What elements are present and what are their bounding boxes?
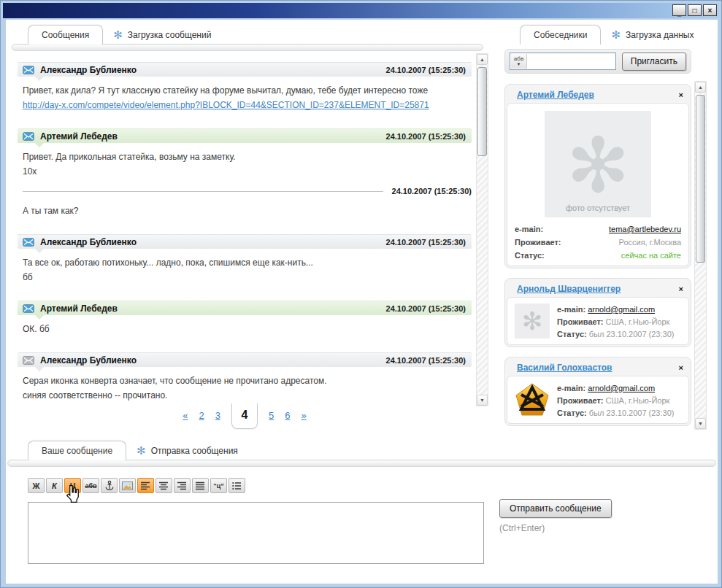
message-header: Артемий Лебедев 24.10.2007 (15:25:30) (18, 301, 472, 315)
message-text: Привет, как дила? Я тут классную статейк… (23, 83, 472, 98)
align-right-button[interactable] (174, 478, 191, 493)
contacts-tabs: Собеседники ✻ Загрузка данных (520, 25, 704, 45)
residence-label: Проживает: (515, 238, 561, 247)
insert-image-button[interactable] (119, 478, 136, 493)
contact-name-link[interactable]: Арнольд Шварцениггер (517, 284, 621, 294)
message-text: синяя соответственно -- прочитано. (23, 388, 472, 403)
tab-messages-loading-label: Загрузка сообщений (128, 30, 212, 40)
email-label: e-main: (557, 305, 585, 314)
contact-card: Арнольд Шварцениггер × ✻ e-main: arnold@… (504, 278, 691, 347)
scroll-up-button[interactable]: ▲ (477, 54, 488, 65)
tab-contacts-label: Собеседники (534, 30, 587, 40)
contact-card: Артемий Лебедев × ✻ фото отсутствует e-m… (504, 84, 691, 268)
tab-contacts-loading-label: Загрузка данных (626, 30, 694, 40)
contact-status: сейчас на сайте (561, 251, 681, 260)
close-icon[interactable]: × (679, 364, 683, 371)
tab-contacts[interactable]: Собеседники (520, 25, 601, 45)
close-icon[interactable]: × (679, 91, 683, 98)
status-label: Статус: (515, 251, 561, 260)
scrollbar-thumb[interactable] (696, 95, 705, 263)
contact-email-link[interactable]: arnold@gmail.com (588, 305, 655, 314)
contact-avatar (515, 382, 550, 417)
close-button[interactable]: × (703, 4, 717, 16)
message-item: Александр Бублиенко 24.10.2007 (15:25:30… (18, 234, 472, 285)
send-message-button[interactable]: Отправить сообщение (499, 499, 612, 518)
italic-button[interactable]: К (46, 478, 63, 493)
contact-name-link[interactable]: Василий Голохвастов (517, 363, 612, 373)
scrollbar-thumb[interactable] (477, 67, 487, 156)
main-content: Сообщения ✻ Загрузка сообщений Александр… (6, 20, 718, 584)
contact-email-link[interactable]: arnold@gmail.com (588, 384, 655, 392)
bullet-list-button[interactable] (228, 478, 245, 493)
message-text: 10x (23, 164, 472, 179)
tab-sending-message[interactable]: ✻ Отправка сообщения (126, 441, 248, 460)
message-text: Серая иконка конверта означает, что сооб… (23, 374, 472, 388)
bold-button[interactable]: Ж (28, 478, 45, 493)
status-label: Статус: (557, 409, 587, 417)
message-link[interactable]: http://day-x.com/compete/video/element.p… (23, 100, 429, 110)
photo-caption: фото отсутствует (545, 204, 651, 212)
contact-residence: Россия, г.Москва (561, 238, 681, 247)
abc-filter-dropdown[interactable]: абв ▾ (511, 54, 527, 69)
send-shortcut-hint: (Ctrl+Enter) (499, 523, 545, 533)
message-sender: Артемий Лебедев (40, 131, 118, 142)
message-timestamp: 24.10.2007 (15:25:30) (392, 184, 472, 198)
scroll-down-button[interactable]: ▼ (477, 395, 488, 406)
compose-tabs: Ваше сообщение ✻ Отправка сообщения (28, 441, 248, 460)
quote-button[interactable]: “ц” (210, 478, 227, 493)
underline-button[interactable]: Ч (64, 478, 81, 493)
envelope-read-icon (23, 304, 34, 313)
loading-star-icon: ✻ (611, 29, 621, 40)
scroll-down-button[interactable]: ▼ (695, 418, 706, 429)
close-icon[interactable]: × (679, 285, 683, 293)
maximize-button[interactable]: □ (688, 4, 702, 16)
tab-contacts-loading[interactable]: ✻ Загрузка данных (601, 25, 704, 45)
message-textarea[interactable] (28, 502, 484, 564)
tab-messages-loading[interactable]: ✻ Загрузка сообщений (103, 25, 221, 45)
email-label: e-main: (557, 384, 585, 392)
align-center-icon (159, 481, 169, 490)
tab-your-message[interactable]: Ваше сообщение (28, 441, 126, 460)
invite-button[interactable]: Пригласить (622, 53, 686, 71)
contact-name-link[interactable]: Артемий Лебедев (517, 90, 594, 100)
messages-scrollbar[interactable]: ▲ ▼ (476, 53, 488, 406)
anchor-icon (104, 480, 115, 491)
minimize-button[interactable]: _ (672, 4, 686, 16)
contact-status: был 23.10.2007 (23:30) (589, 409, 675, 417)
align-center-button[interactable] (155, 478, 172, 493)
pentagon-emblem-avatar (515, 382, 550, 417)
align-left-button[interactable] (137, 478, 154, 493)
contact-card: Василий Голохвастов × (504, 357, 691, 426)
message-item: Артемий Лебедев 24.10.2007 (15:25:30) Пр… (18, 128, 472, 218)
tab-messages[interactable]: Сообщения (28, 25, 103, 45)
message-timestamp: 24.10.2007 (15:25:30) (386, 304, 466, 313)
contacts-scrollbar[interactable]: ▲ ▼ (694, 81, 707, 430)
window-titlebar[interactable]: _ □ × (3, 3, 719, 18)
align-justify-button[interactable] (192, 478, 209, 493)
message-sender: Александр Бублиенко (40, 65, 137, 75)
message-text: бб (23, 270, 472, 285)
tab-your-message-label: Ваше сообщение (42, 446, 112, 456)
message-header: Александр Бублиенко 24.10.2007 (15:25:30… (18, 234, 472, 249)
scroll-up-button[interactable]: ▲ (695, 82, 706, 93)
message-text: А ты там как? (23, 204, 472, 218)
anchor-button[interactable] (101, 478, 118, 493)
envelope-read-icon (23, 132, 34, 141)
contacts-list: Артемий Лебедев × ✻ фото отсутствует e-m… (504, 84, 691, 426)
message-timestamp: 24.10.2007 (15:25:30) (386, 238, 466, 247)
image-icon (122, 481, 133, 490)
message-text: ОК. бб (23, 322, 472, 336)
envelope-read-icon (23, 238, 34, 247)
contact-avatar-placeholder: ✻ (515, 303, 550, 339)
contact-email-link[interactable]: tema@artlebedev.ru (561, 225, 681, 233)
residence-label: Проживает: (557, 396, 604, 405)
contact-photo-placeholder: ✻ фото отсутствует (545, 111, 651, 217)
message-timestamp: 24.10.2007 (15:25:30) (386, 132, 466, 141)
contact-search-bar: абв ▾ Пригласить (504, 49, 691, 74)
loading-star-icon: ✻ (137, 445, 146, 456)
message-sender: Александр Бублиенко (40, 355, 137, 365)
message-item: Александр Бублиенко 24.10.2007 (15:25:30… (18, 352, 472, 403)
envelope-read-icon (23, 66, 34, 74)
chevron-down-icon: ▾ (518, 61, 521, 66)
strikethrough-button[interactable]: абв (82, 478, 99, 493)
